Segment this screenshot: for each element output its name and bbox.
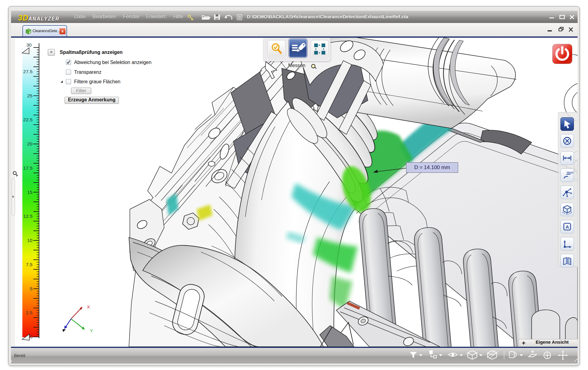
svg-text:15: 15 <box>27 190 32 195</box>
svg-text:10: 10 <box>27 238 33 243</box>
svg-text:X: X <box>87 304 90 309</box>
svg-text:30: 30 <box>26 42 32 47</box>
svg-text:20: 20 <box>27 141 33 146</box>
svg-text:TEXT: TEXT <box>567 171 574 174</box>
svg-text:7.5: 7.5 <box>26 262 32 267</box>
svg-text:2.5: 2.5 <box>26 310 32 315</box>
svg-text:Y: Y <box>90 328 93 333</box>
svg-text:27.5: 27.5 <box>23 69 32 74</box>
svg-text:5: 5 <box>30 286 32 291</box>
svg-text:25: 25 <box>27 93 32 98</box>
svg-text:0: 0 <box>30 334 32 339</box>
svg-text:12.5: 12.5 <box>23 213 32 219</box>
svg-text:A: A <box>566 224 569 229</box>
svg-text:17.5: 17.5 <box>23 165 32 171</box>
svg-text:22.5: 22.5 <box>23 117 32 122</box>
